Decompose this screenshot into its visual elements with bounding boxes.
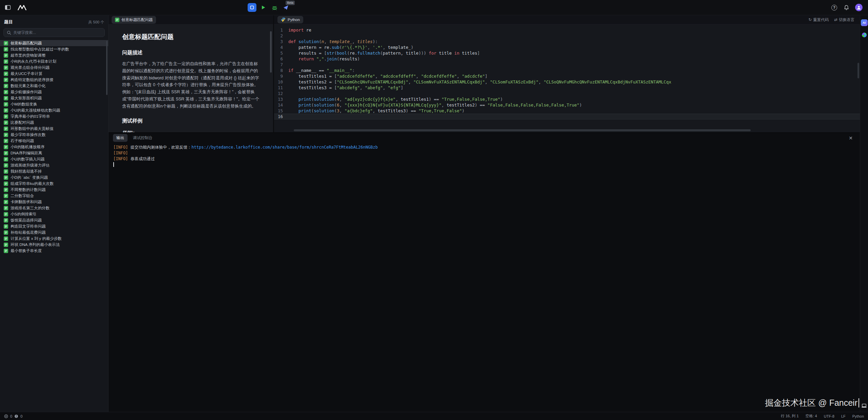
error-count: 0 [10,414,12,418]
problem-item-icon [4,182,8,186]
problem-list-item[interactable]: 构造特定数组的逆序拼接 [0,77,108,83]
problem-list-item[interactable]: 找出整型数组中占比超过一半的数 [0,46,108,52]
problem-list-item[interactable]: 小R的随机播放顺序 [0,144,108,150]
code-lines[interactable]: 1import re23def solution(n, template_, t… [274,24,860,132]
problems-indicator[interactable]: 0 0 [4,414,22,418]
code-line[interactable]: 16 [274,114,860,119]
search-input[interactable] [13,31,101,35]
problem-list-item[interactable]: 最大UCC子串计算 [0,71,108,77]
code-line[interactable]: 11 testTitles3 = ["abcdefg", "abefg", "e… [274,85,860,91]
code-line[interactable]: 6 return ",".join(results) [274,56,860,62]
plugin-button[interactable] [861,32,868,38]
console-output[interactable]: [INFO] 提交功能内测体验中，欢迎反馈：https://bytedance.… [109,143,860,412]
code-line[interactable]: 12 [274,91,860,96]
language-mode[interactable]: Python [852,414,864,418]
problem-list-item[interactable]: 小D的 `abc` 变换问题 [0,174,108,180]
code-text [288,114,860,119]
problem-list-item[interactable]: 游戏排名第三大的分数 [0,205,108,211]
problem-list-item[interactable]: 比赛配对问题 [0,119,108,126]
indentation-setting[interactable]: 空格: 4 [806,414,817,419]
editor-vertical-scrollbar[interactable] [857,63,859,78]
section-heading-samples: 测试样例 [122,118,261,124]
problem-scrollbar[interactable] [270,31,272,73]
switch-language-button[interactable]: ⇄ 切换语言 [834,17,854,22]
debug-button[interactable] [270,3,279,12]
problem-list-item[interactable]: 计算从位置 x 到 y 的最少步数 [0,235,108,242]
problem-list-item[interactable]: 数组元素之和最小化 [0,83,108,89]
close-console-button[interactable]: ✕ [849,135,855,141]
problem-list-item[interactable]: 最小替换子串长度 [0,248,108,254]
problem-list-item[interactable]: 环状 DNA 序列的最小表示法 [0,242,108,248]
code-line[interactable]: 5 results = [str(bool(re.fullmatch(patte… [274,50,860,56]
code-text: def solution(n, template_, titles): [288,39,860,44]
problem-list-item[interactable]: 超市里的货物架调整 [0,52,108,58]
problem-list-item[interactable]: 饭馆菜品选择问题 [0,217,108,223]
problem-list-item[interactable]: 构造回文字符串问题 [0,223,108,229]
encoding-setting[interactable]: UTF-8 [824,414,834,418]
code-line[interactable]: 3def solution(n, template_, titles): [274,39,860,44]
problem-list-item[interactable]: 环形数组中的最大贡献值 [0,126,108,132]
stop-button[interactable] [248,3,256,12]
problem-list-item[interactable]: 最少字符串操作次数 [0,132,108,138]
code-line[interactable]: 14 print(solution(6, "{xxx}h{cQ}N{vF}u{X… [274,102,860,108]
code-line[interactable]: 15 print(solution(3, "a{bdc}efg", testTi… [274,108,860,114]
problem-list-item[interactable]: 最少前缀操作问题 [0,89,108,95]
code-line[interactable]: 8if __name__ == "__main__": [274,68,860,73]
ai-assistant-button[interactable]: AI [861,19,868,26]
eol-setting[interactable]: LF [841,414,846,418]
watermark: 掘金技术社区 @ Fanceir [765,397,859,408]
problem-list-item[interactable]: 字典序最小的01字符串 [0,113,108,119]
problem-list-item[interactable]: 小R的永久代币卡回本计划 [0,58,108,64]
problem-list-item[interactable]: 小S的倒排索引 [0,211,108,217]
problem-item-label: 我好想逃却逃不掉 [11,169,42,174]
code-line[interactable]: 7 [274,62,860,68]
problem-list-item[interactable]: 我好想逃却逃不掉 [0,168,108,174]
code-line[interactable]: 10 testTitles2 = ["CLSomGhcQNvFuzENTAMLC… [274,79,860,85]
code-line[interactable]: 2 [274,33,860,39]
code-line[interactable]: 13 print(solution(4, "ad{xyz}cdc{y}f{x}e… [274,96,860,102]
problem-item-label: 构造特定数组的逆序拼接 [11,77,54,82]
problem-tab[interactable]: 创意标题匹配问题 [112,16,156,24]
cursor-position[interactable]: 行 16, 列 1 [781,414,799,419]
notifications-button[interactable] [843,4,850,11]
problem-list-item[interactable]: 石子移动问题 [0,138,108,144]
problem-item-label: 小M的数组变换 [11,102,37,107]
help-button[interactable]: ? [831,4,838,11]
tab-output[interactable]: 输出 [113,134,128,142]
problem-list-item[interactable]: 游戏英雄升级潜力评估 [0,162,108,168]
warning-count: 0 [20,414,22,418]
problem-list-item[interactable]: 创意标题匹配问题 [0,40,108,46]
tab-debug-console[interactable]: 调试控制台 [133,135,153,140]
problem-item-icon [4,175,8,180]
problem-list-item[interactable]: 小U的最大连续移动次数问题 [0,107,108,113]
code-line[interactable]: 1import re [274,27,860,33]
problem-list-item[interactable]: 小M的数组变换 [0,101,108,107]
problem-item-icon [4,169,8,174]
reset-code-button[interactable]: ↻ 重置代码 [809,17,829,22]
problem-list-item[interactable]: 补给站最低花费问题 [0,229,108,235]
sidebar-scrollbar[interactable] [106,41,108,95]
sidebar-toggle-button[interactable] [4,4,12,11]
problem-list-item[interactable]: 二分数字组合 [0,193,108,199]
problem-list-item[interactable]: 小U的数字插入问题 [0,156,108,162]
square-icon [249,5,255,10]
problem-item-icon [4,65,8,70]
run-button[interactable] [259,3,268,12]
language-tab[interactable]: Python [277,16,303,23]
device-button[interactable] [861,402,868,409]
problem-item-icon [4,145,8,149]
problem-list-item[interactable]: 组成字符串ku的最大次数 [0,180,108,187]
problem-item-label: 饭馆菜品选择问题 [11,218,42,223]
code-line[interactable]: 4 pattern = re.sub(r'\{.*?\}', '.*', tem… [274,44,860,50]
editor-horizontal-scrollbar[interactable] [294,129,751,131]
search-box[interactable] [3,28,105,37]
problem-list-item[interactable]: 观光景点组合得分问题 [0,64,108,71]
problem-list-item[interactable]: 不同整数的计数问题 [0,187,108,193]
problem-list-item[interactable]: 最大矩形面积问题 [0,95,108,101]
user-avatar[interactable] [855,4,863,11]
submit-button[interactable]: Beta [281,3,290,12]
problem-panel: 创意标题匹配问题 创意标题匹配问题 问题描述 在广告平台中，为了给广告主一定的自… [109,15,274,132]
problem-list-item[interactable]: DNA序列编辑距离 [0,150,108,156]
problem-list-item[interactable]: 卡牌翻面求和问题 [0,199,108,205]
code-line[interactable]: 9 testTitles1 = ["adcdcefdfeffe", "adcdc… [274,73,860,79]
